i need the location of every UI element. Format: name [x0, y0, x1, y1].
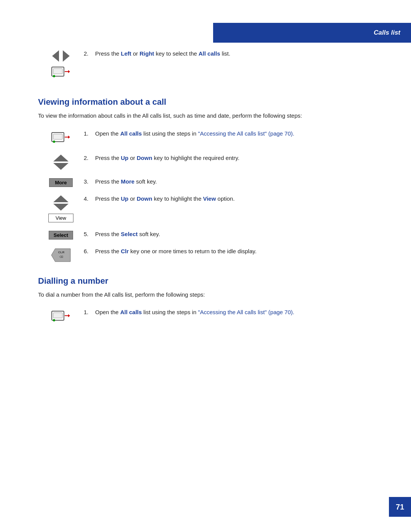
step-3-desc: Press the More soft key. — [95, 177, 388, 186]
calls-list-icon-s2 — [51, 309, 71, 325]
nav-left-right-icons — [52, 50, 70, 62]
s2-step-1-row: 1. Open the All calls list using the ste… — [38, 308, 388, 325]
section2-heading: Dialling a number — [38, 276, 388, 286]
section-dialling: Dialling a number To dial a number from … — [38, 276, 388, 325]
calls-list-icon — [51, 65, 71, 81]
step-4-row: View 4. Press the Up or Down key to high… — [38, 195, 388, 222]
key-up-s4: Up — [121, 195, 129, 202]
step-4-desc: Press the Up or Down key to highlight th… — [95, 195, 388, 203]
link-s1-s1[interactable]: "Accessing the All calls list" (page 70)… — [198, 130, 294, 137]
step-3-icon: More — [38, 177, 84, 187]
section1-steps: 1. Open the All calls list using the ste… — [38, 129, 388, 262]
step-6-num: 6. — [84, 247, 95, 254]
section-viewing: Viewing information about a call To view… — [38, 97, 388, 262]
key-down-s4: Down — [137, 195, 152, 202]
svg-point-17 — [53, 319, 55, 321]
calls-list-icon-s1 — [51, 130, 71, 146]
clr-key-icon: CLR ⌫ — [51, 248, 71, 262]
top-step-desc: Press the Left or Right key to select th… — [95, 50, 388, 58]
svg-marker-3 — [68, 70, 70, 73]
key-down-s2: Down — [137, 155, 152, 161]
page-number-text: 71 — [396, 503, 404, 511]
more-highlight-s3: More — [121, 178, 135, 185]
key-right: Right — [140, 50, 154, 57]
nav-up-down-icons-s4 — [53, 195, 68, 211]
select-highlight-s5: Select — [121, 231, 138, 237]
svg-marker-8 — [68, 136, 70, 139]
nav-down-icon-s2 — [53, 163, 68, 170]
step-5-icon: Select — [38, 230, 84, 240]
select-softkey-icon: Select — [49, 231, 73, 240]
view-menu-icon: View — [48, 195, 73, 222]
step-4-num: 4. — [84, 195, 95, 202]
svg-text:CLR: CLR — [58, 251, 65, 254]
svg-marker-16 — [68, 314, 70, 317]
view-softkey-icon: View — [48, 214, 73, 222]
step-5-row: Select 5. Press the Select soft key. — [38, 230, 388, 240]
step-2-row: 2. Press the Up or Down key to highlight… — [38, 154, 388, 170]
step-2-icon — [38, 154, 84, 170]
view-highlight-s4: View — [203, 195, 216, 202]
section2-steps: 1. Open the All calls list using the ste… — [38, 308, 388, 325]
nav-right-icon — [63, 50, 70, 62]
top-step-row: 2. Press the Left or Right key to select… — [38, 50, 388, 82]
step-2-desc: Press the Up or Down key to highlight th… — [95, 154, 388, 163]
top-step-num: 2. — [84, 50, 95, 57]
nav-down-icon-s4 — [53, 204, 68, 211]
top-step-icon-area — [38, 50, 84, 82]
s2-step-1-icon — [38, 308, 84, 325]
svg-rect-1 — [53, 69, 62, 74]
all-calls-s2-s1: All calls — [120, 309, 142, 315]
svg-point-9 — [53, 141, 55, 143]
svg-rect-14 — [53, 313, 62, 318]
section1-heading: Viewing information about a call — [38, 97, 388, 107]
step-1-num: 1. — [84, 129, 95, 137]
clr-highlight-s6: Clr — [121, 248, 129, 254]
section2-intro: To dial a number from the All calls list… — [38, 291, 388, 299]
step-6-icon: CLR ⌫ — [38, 247, 84, 262]
step-1-icon — [38, 129, 84, 146]
more-softkey-icon: More — [49, 178, 72, 187]
section1-intro: To view the information about calls in t… — [38, 112, 388, 120]
svg-text:⌫: ⌫ — [59, 256, 63, 258]
header-title: Calls list — [374, 29, 400, 37]
step-1-row: 1. Open the All calls list using the ste… — [38, 129, 388, 146]
main-content: 2. Press the Left or Right key to select… — [38, 50, 388, 339]
step-2-num: 2. — [84, 154, 95, 161]
clr-key-svg: CLR ⌫ — [51, 248, 71, 262]
step-3-row: More 3. Press the More soft key. — [38, 177, 388, 187]
step-5-num: 5. — [84, 230, 95, 237]
nav-up-icon-s4 — [53, 195, 68, 202]
step-4-icon: View — [38, 195, 84, 222]
step-6-desc: Press the Clr key one or more times to r… — [95, 247, 388, 256]
header-bar: Calls list — [213, 23, 411, 43]
all-calls-ref-top: All calls — [199, 50, 220, 57]
link-s2-s1[interactable]: "Accessing the All calls list" (page 70)… — [198, 309, 294, 315]
s2-step-1-num: 1. — [84, 308, 95, 315]
nav-up-icon-s2 — [53, 155, 68, 161]
key-left: Left — [121, 50, 132, 57]
svg-rect-6 — [53, 134, 62, 139]
step-5-desc: Press the Select soft key. — [95, 230, 388, 239]
step-1-desc: Open the All calls list using the steps … — [95, 129, 388, 138]
nav-up-down-icons-s2 — [53, 155, 68, 170]
key-up-s2: Up — [121, 155, 129, 161]
nav-left-icon — [52, 50, 59, 62]
svg-point-4 — [53, 75, 55, 77]
step-6-row: CLR ⌫ 6. Press the Clr key one or more t… — [38, 247, 388, 262]
s2-step-1-desc: Open the All calls list using the steps … — [95, 308, 388, 317]
page-number-box: 71 — [389, 497, 411, 517]
all-calls-s1-s1: All calls — [120, 130, 142, 137]
step-3-num: 3. — [84, 177, 95, 185]
